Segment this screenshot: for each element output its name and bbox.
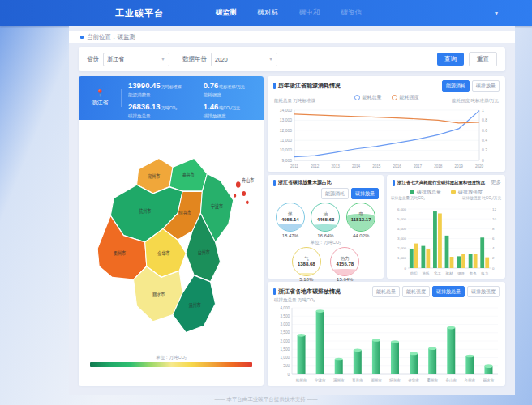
chevron-down-icon[interactable]: ▾ — [495, 10, 498, 17]
toggle-0[interactable]: 能耗总量 — [372, 286, 400, 297]
legend-marker-icon — [451, 190, 456, 194]
svg-text:5,000: 5,000 — [397, 217, 407, 221]
svg-text:嘉兴市: 嘉兴市 — [352, 378, 363, 382]
legend-item[interactable]: 能耗强度 — [392, 94, 419, 101]
chevron-down-icon: ▼ — [268, 57, 273, 62]
province-label: 省份 — [87, 55, 99, 63]
svg-text:电力: 电力 — [481, 271, 488, 275]
stat-energy-intensity: 0.76吨标准煤/万元 能耗强度 — [204, 77, 264, 98]
top-navbar: 工业碳平台 碳监测碳对标碳中和碳资信 ▾ — [0, 0, 532, 26]
liquid-gauge-0: 煤4956.1418.47% — [276, 202, 305, 238]
map-island-icon[interactable] — [236, 181, 241, 188]
svg-text:0.4: 0.4 — [482, 138, 487, 143]
more-link[interactable]: 更多 — [491, 179, 501, 186]
nav-item-2[interactable]: 碳中和 — [299, 8, 320, 18]
liquid-gauge-2: 电11813.1744.02% — [346, 202, 375, 238]
app-screen: 工业碳平台 碳监测碳对标碳中和碳资信 ▾ 当前位置： 碳监测 省份 浙江省 ▼ … — [0, 0, 532, 405]
map-region-label: 嘉兴市 — [182, 172, 195, 179]
legend-marker-icon — [410, 190, 414, 194]
map-island-icon[interactable] — [246, 200, 249, 204]
toggle-0[interactable]: 能源消耗 — [442, 80, 470, 92]
year-select-value: 2020 — [215, 57, 228, 62]
location-pin-icon: 📍 — [95, 89, 104, 97]
nav-item-1[interactable]: 碳对标 — [258, 8, 279, 18]
svg-text:0.8: 0.8 — [482, 117, 487, 122]
svg-text:造纸: 造纸 — [422, 271, 429, 275]
toggle-0[interactable]: 能源消耗 — [321, 188, 349, 199]
province-stats-card: 📍 浙江省 13990.45万吨标准煤 能源消费量 0.76吨标准煤/万元 能耗… — [79, 76, 264, 120]
toggle-1[interactable]: 碳排放量 — [472, 80, 500, 92]
province-select-value: 浙江省 — [107, 55, 124, 63]
emission-sources-title: 浙江省碳排放量来源占比 — [278, 179, 332, 186]
stat-energy-total: 13990.45万吨标准煤 能源消费量 — [128, 77, 204, 98]
industry-title: 浙江省七大高耗能行业碳排放总量和强度情况 — [397, 180, 485, 185]
breadcrumb-prefix: 当前位置： — [87, 33, 118, 41]
svg-text:4: 4 — [492, 246, 495, 250]
toggle-1[interactable]: 碳排放量 — [351, 188, 379, 199]
province-name: 浙江省 — [92, 99, 109, 107]
map-island-icon[interactable] — [234, 194, 236, 198]
search-button[interactable]: 查询 — [437, 53, 464, 66]
legend-item[interactable]: 碳排放总量 — [410, 189, 441, 196]
legend-item[interactable]: 碳排放强度 — [451, 189, 483, 196]
svg-text:2,500: 2,500 — [281, 330, 290, 335]
cities-title: 浙江省各地市碳排放情况 — [278, 288, 341, 296]
toggle-1[interactable]: 能耗强度 — [402, 286, 430, 297]
svg-text:1: 1 — [482, 108, 484, 113]
liquid-gauges-row-1: 煤4956.1418.47%油4465.6316.64%电11813.1744.… — [272, 202, 379, 238]
svg-text:1,000: 1,000 — [397, 256, 407, 260]
cities-toggles: 能耗总量能耗强度碳排放总量碳排放强度 — [372, 286, 500, 297]
year-select[interactable]: 2020 ▼ — [211, 53, 277, 66]
liquid-gauges-row-2: 气1388.685.18%热力4155.7815.64% — [287, 247, 364, 283]
breadcrumb: 当前位置： 碳监测 — [69, 31, 515, 43]
map-region-label: 舟山市 — [242, 177, 254, 183]
industry-panel: 浙江省七大高耗能行业碳排放总量和强度情况 更多 碳排放总量碳排放强度 碳排放总量… — [387, 175, 505, 279]
svg-text:11,000: 11,000 — [280, 138, 292, 143]
svg-text:0.2: 0.2 — [482, 147, 487, 152]
legend-item[interactable]: 能耗总量 — [354, 94, 382, 101]
svg-text:杭州市: 杭州市 — [296, 378, 307, 382]
title-accent — [393, 180, 395, 186]
svg-text:钢铁: 钢铁 — [457, 271, 465, 275]
zhejiang-map[interactable]: 湖州市嘉兴市杭州市绍兴市宁波市舟山市衢州市金华市台州市丽水市温州市 — [81, 145, 261, 349]
map-region-label: 湖州市 — [148, 173, 160, 179]
breadcrumb-current[interactable]: 碳监测 — [118, 33, 136, 41]
svg-text:有色: 有色 — [470, 271, 477, 275]
toggle-3[interactable]: 碳排放强度 — [467, 286, 500, 297]
stat-carbon-total: 26836.13万吨CO₂ 碳排放总量 — [128, 98, 204, 119]
svg-text:12,000: 12,000 — [280, 128, 293, 133]
map-legend-gradient — [90, 362, 252, 367]
svg-text:0: 0 — [287, 373, 290, 377]
province-overview-card: 📍 浙江省 13990.45万吨标准煤 能源消费量 0.76吨标准煤/万元 能耗… — [79, 76, 264, 386]
map-region-label: 绍兴市 — [178, 209, 191, 215]
svg-text:衢州市: 衢州市 — [427, 377, 438, 383]
reset-button[interactable]: 重置 — [469, 52, 497, 66]
liquid-gauge-4: 热力4155.7815.64% — [330, 247, 359, 283]
energy-trend-title: 历年浙江省能源消耗情况 — [278, 82, 341, 90]
svg-text:2016: 2016 — [393, 164, 402, 168]
svg-text:2,000: 2,000 — [397, 246, 407, 250]
svg-text:2017: 2017 — [414, 164, 423, 168]
svg-text:2014: 2014 — [352, 164, 361, 168]
svg-text:500: 500 — [283, 364, 290, 368]
toggle-2[interactable]: 碳排放总量 — [432, 286, 465, 297]
svg-text:2019: 2019 — [455, 164, 464, 168]
svg-text:建材: 建材 — [445, 271, 453, 276]
industry-legend: 碳排放总量碳排放强度 — [387, 188, 505, 196]
stat-carbon-intensity: 1.46吨CO₂/万元 碳排放强度 — [204, 98, 264, 119]
svg-text:1,500: 1,500 — [281, 347, 290, 352]
year-label: 数据年份 — [182, 55, 207, 63]
nav-item-0[interactable]: 碳监测 — [216, 8, 237, 18]
map-region-label: 宁波市 — [211, 202, 223, 209]
svg-text:湖州市: 湖州市 — [371, 378, 382, 382]
map-island-icon[interactable] — [242, 191, 246, 196]
svg-text:2015: 2015 — [372, 164, 381, 168]
liquid-gauge-3: 气1388.685.18% — [292, 247, 321, 283]
title-accent — [273, 180, 276, 186]
map-legend-unit: 单位：万吨CO₂ — [90, 355, 252, 360]
province-select[interactable]: 浙江省 ▼ — [103, 53, 169, 66]
svg-text:4,000: 4,000 — [281, 306, 290, 310]
nav-item-3[interactable]: 碳资信 — [341, 8, 363, 18]
emission-sources-toggles: 能源消耗碳排放量 — [268, 188, 384, 201]
svg-text:2012: 2012 — [311, 164, 320, 168]
